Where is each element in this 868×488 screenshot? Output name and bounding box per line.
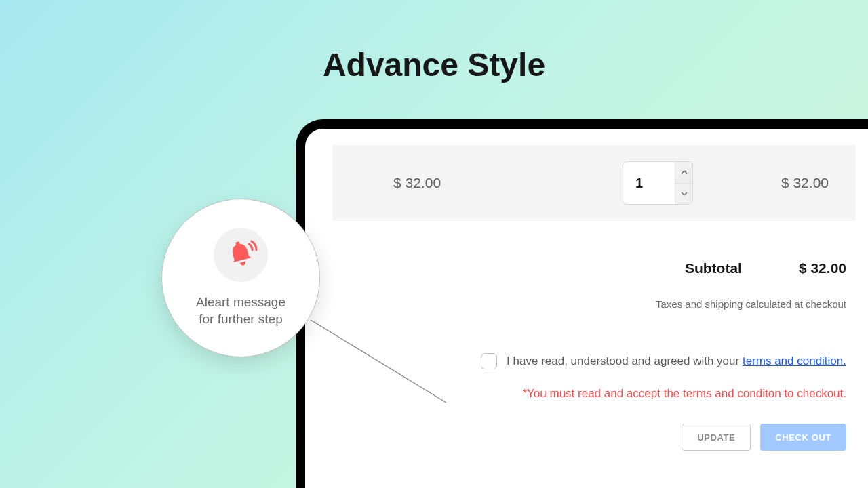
callout-line2: for further step	[196, 311, 285, 328]
quantity-value[interactable]: 1	[623, 162, 675, 204]
subtotal-label: Subtotal	[685, 260, 742, 277]
terms-row: I have read, understood and agreed with …	[332, 353, 856, 369]
terms-text: I have read, understood and agreed with …	[507, 354, 846, 368]
bell-icon-wrap	[214, 228, 268, 282]
quantity-increase-button[interactable]	[675, 162, 692, 184]
chevron-down-icon	[682, 192, 687, 196]
terms-prefix: I have read, understood and agreed with …	[507, 354, 743, 367]
quantity-decrease-button[interactable]	[675, 184, 692, 205]
callout-line1: Aleart message	[196, 294, 285, 311]
callout-text: Aleart message for further step	[196, 294, 285, 327]
callout-badge: Aleart message for further step	[161, 199, 320, 357]
background: Advance Style $ 32.00 1	[0, 0, 868, 488]
subtotal-row: Subtotal $ 32.00	[332, 260, 856, 277]
bell-icon	[224, 239, 257, 271]
screen: $ 32.00 1 $ 32.00	[305, 129, 868, 488]
terms-checkbox[interactable]	[481, 353, 497, 369]
unit-price: $ 32.00	[393, 175, 441, 191]
quantity-stepper: 1	[623, 161, 693, 205]
actions-row: UPDATE CHECK OUT	[332, 424, 856, 451]
update-button[interactable]: UPDATE	[682, 424, 751, 451]
device-frame: $ 32.00 1 $ 32.00	[296, 119, 868, 488]
chevron-up-icon	[682, 170, 687, 174]
terms-link[interactable]: terms and condition.	[743, 354, 846, 367]
line-total: $ 32.00	[768, 175, 829, 191]
checkout-button[interactable]: CHECK OUT	[760, 424, 846, 451]
taxes-note: Taxes and shipping calculated at checkou…	[332, 298, 856, 310]
cart-row: $ 32.00 1 $ 32.00	[332, 145, 856, 221]
page-title: Advance Style	[323, 46, 545, 83]
alert-message: *You must read and accept the terms and …	[332, 387, 856, 401]
subtotal-value: $ 32.00	[799, 260, 846, 277]
